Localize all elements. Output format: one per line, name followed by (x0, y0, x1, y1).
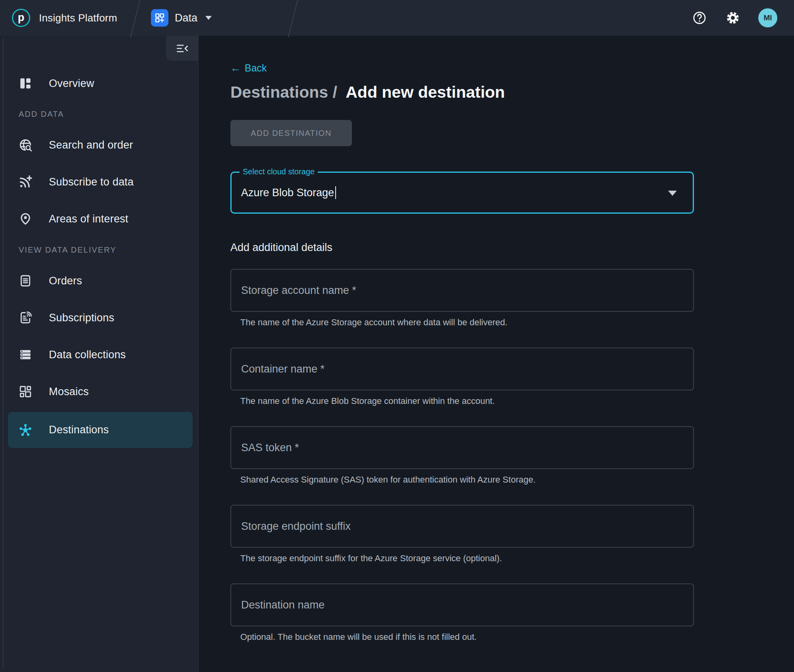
topbar-divider (288, 0, 299, 38)
page-title: Destinations / Add new destination (230, 83, 694, 102)
main-content: ← Back Destinations / Add new destinatio… (199, 36, 794, 672)
sidebar-item-mosaics[interactable]: Mosaics (0, 382, 198, 401)
field-helper-text: The name of the Azure Blob Storage conta… (230, 396, 694, 406)
storage-endpoint-suffix-input[interactable] (230, 505, 694, 548)
data-grid-icon (151, 9, 168, 27)
cloud-storage-select[interactable]: Select cloud storage Azure Blob Storage (230, 172, 694, 214)
collapse-sidebar-button[interactable] (166, 36, 199, 61)
mosaic-grid-icon (19, 385, 32, 398)
back-link[interactable]: ← Back (230, 62, 267, 74)
platform-logo-icon: p (12, 9, 30, 27)
sidebar-scrollbar[interactable] (2, 38, 4, 670)
field-helper-text: The storage endpoint suffix for the Azur… (230, 553, 694, 564)
sidebar-item-destinations[interactable]: Destinations (8, 412, 193, 448)
sidebar-item-orders[interactable]: Orders (0, 271, 198, 290)
form-field-group: The storage endpoint suffix for the Azur… (230, 505, 694, 564)
collapse-icon (176, 44, 188, 53)
sidebar-item-label: Subscribe to data (49, 176, 134, 188)
topbar-divider (130, 0, 141, 38)
help-icon[interactable] (692, 10, 707, 26)
app-switcher[interactable]: Data (151, 9, 212, 27)
storage-account-name-input[interactable] (230, 269, 694, 312)
form-field-group: Shared Access Signature (SAS) token for … (230, 426, 694, 485)
field-helper-text: Shared Access Signature (SAS) token for … (230, 475, 694, 485)
sas-token-input[interactable] (230, 426, 694, 469)
sidebar-item-label: Mosaics (49, 386, 89, 398)
back-arrow-icon: ← (230, 62, 241, 74)
dashboard-icon (19, 77, 32, 90)
sidebar-section-view-data-delivery: VIEW DATA DELIVERY (0, 245, 198, 255)
topbar: p Insights Platform Data (0, 0, 794, 36)
sidebar-item-subscribe-to-data[interactable]: Subscribe to data (0, 172, 198, 191)
details-heading: Add additional details (230, 241, 694, 254)
sidebar: Overview ADD DATA Search and order (0, 36, 199, 672)
sidebar-item-subscriptions[interactable]: Subscriptions (0, 308, 198, 327)
sidebar-item-label: Areas of interest (49, 213, 128, 225)
container-name-input[interactable] (230, 348, 694, 390)
back-label: Back (245, 62, 267, 74)
breadcrumb: Destinations / (230, 83, 337, 101)
document-icon (19, 274, 32, 288)
destination-name-input[interactable] (230, 583, 694, 626)
field-helper-text: Optional. The bucket name will be used i… (230, 632, 694, 642)
brand-title: Insights Platform (39, 12, 117, 24)
sidebar-item-label: Data collections (49, 349, 126, 361)
map-pin-icon (19, 212, 32, 226)
sidebar-item-label: Subscriptions (49, 312, 114, 324)
hub-network-icon (19, 423, 32, 437)
text-cursor (335, 186, 336, 199)
sidebar-item-label: Destinations (49, 424, 109, 436)
globe-search-icon (19, 138, 32, 152)
add-destination-button[interactable]: ADD DESTINATION (230, 120, 352, 146)
cloud-storage-select-label: Select cloud storage (240, 167, 318, 176)
cloud-storage-select-value: Azure Blob Storage (232, 187, 334, 199)
app-switcher-label: Data (175, 12, 197, 24)
form-field-group: The name of the Azure Storage account wh… (230, 269, 694, 328)
stacked-bars-icon (19, 348, 32, 361)
user-avatar[interactable]: MI (758, 8, 777, 27)
sidebar-item-data-collections[interactable]: Data collections (0, 345, 198, 364)
page-title-current: Add new destination (346, 83, 505, 101)
sidebar-item-label: Search and order (49, 139, 133, 151)
field-helper-text: The name of the Azure Storage account wh… (230, 317, 694, 328)
document-signal-icon (19, 311, 32, 324)
sidebar-item-areas-of-interest[interactable]: Areas of interest (0, 209, 198, 228)
form-field-group: The name of the Azure Blob Storage conta… (230, 348, 694, 406)
sidebar-section-add-data: ADD DATA (0, 109, 198, 119)
sidebar-item-label: Orders (49, 275, 82, 287)
sidebar-item-overview[interactable]: Overview (0, 74, 198, 93)
gear-icon[interactable] (725, 10, 741, 26)
sidebar-item-search-and-order[interactable]: Search and order (0, 135, 198, 154)
select-caret-icon (668, 191, 677, 196)
rss-plus-icon (19, 175, 32, 189)
sidebar-item-label: Overview (49, 77, 94, 90)
chevron-down-icon (205, 16, 212, 20)
form-field-group: Optional. The bucket name will be used i… (230, 583, 694, 642)
